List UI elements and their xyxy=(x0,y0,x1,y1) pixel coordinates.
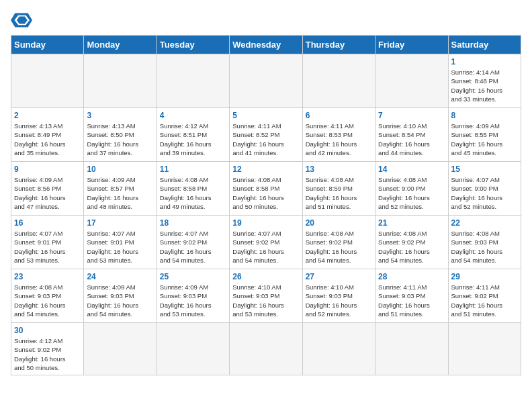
calendar-cell xyxy=(302,323,375,375)
calendar-cell xyxy=(230,54,302,108)
day-info: Sunrise: 4:11 AMSunset: 8:52 PMDaylight:… xyxy=(232,122,299,157)
day-info: Sunrise: 4:08 AMSunset: 8:58 PMDaylight:… xyxy=(232,175,299,211)
day-info: Sunrise: 4:13 AMSunset: 8:49 PMDaylight:… xyxy=(14,122,81,157)
calendar-cell: 11Sunrise: 4:08 AMSunset: 8:58 PMDayligh… xyxy=(157,162,229,216)
day-number: 8 xyxy=(451,111,518,120)
day-number: 24 xyxy=(87,272,153,281)
day-info: Sunrise: 4:11 AMSunset: 9:03 PMDaylight:… xyxy=(378,283,445,318)
day-number: 25 xyxy=(160,272,226,281)
day-number: 12 xyxy=(232,165,299,174)
calendar-week-row: 1Sunrise: 4:14 AMSunset: 8:48 PMDaylight… xyxy=(11,54,521,108)
day-info: Sunrise: 4:07 AMSunset: 9:00 PMDaylight:… xyxy=(451,175,518,211)
page-header xyxy=(11,11,521,30)
day-number: 28 xyxy=(378,272,445,281)
day-number: 15 xyxy=(451,165,518,174)
day-number: 20 xyxy=(306,218,372,228)
calendar-cell: 17Sunrise: 4:07 AMSunset: 9:01 PMDayligh… xyxy=(84,216,157,269)
calendar-cell: 21Sunrise: 4:08 AMSunset: 9:02 PMDayligh… xyxy=(375,216,448,269)
calendar-cell: 18Sunrise: 4:07 AMSunset: 9:02 PMDayligh… xyxy=(157,216,229,269)
day-number: 19 xyxy=(232,218,299,228)
calendar-cell: 16Sunrise: 4:07 AMSunset: 9:01 PMDayligh… xyxy=(11,216,84,269)
day-info: Sunrise: 4:08 AMSunset: 9:00 PMDaylight:… xyxy=(378,175,445,211)
calendar-week-row: 2Sunrise: 4:13 AMSunset: 8:49 PMDaylight… xyxy=(11,108,521,162)
header-sunday: Sunday xyxy=(11,36,84,54)
day-info: Sunrise: 4:08 AMSunset: 9:03 PMDaylight:… xyxy=(14,283,81,318)
day-info: Sunrise: 4:08 AMSunset: 9:03 PMDaylight:… xyxy=(451,229,518,265)
calendar-cell xyxy=(448,323,521,375)
calendar-week-row: 30Sunrise: 4:12 AMSunset: 9:02 PMDayligh… xyxy=(11,323,521,375)
header-wednesday: Wednesday xyxy=(230,36,302,54)
day-number: 6 xyxy=(306,111,372,120)
calendar-cell: 24Sunrise: 4:09 AMSunset: 9:03 PMDayligh… xyxy=(84,269,157,323)
calendar-cell: 26Sunrise: 4:10 AMSunset: 9:03 PMDayligh… xyxy=(230,269,302,323)
calendar-cell xyxy=(375,323,448,375)
calendar-cell: 19Sunrise: 4:07 AMSunset: 9:02 PMDayligh… xyxy=(230,216,302,269)
calendar-week-row: 23Sunrise: 4:08 AMSunset: 9:03 PMDayligh… xyxy=(11,269,521,323)
day-info: Sunrise: 4:08 AMSunset: 9:02 PMDaylight:… xyxy=(378,229,445,265)
day-number: 7 xyxy=(378,111,445,120)
day-number: 3 xyxy=(87,111,153,120)
calendar-cell: 2Sunrise: 4:13 AMSunset: 8:49 PMDaylight… xyxy=(11,108,84,162)
day-info: Sunrise: 4:09 AMSunset: 9:03 PMDaylight:… xyxy=(87,283,153,318)
day-number: 27 xyxy=(306,272,372,281)
calendar-cell: 30Sunrise: 4:12 AMSunset: 9:02 PMDayligh… xyxy=(11,323,84,375)
calendar-cell: 29Sunrise: 4:11 AMSunset: 9:02 PMDayligh… xyxy=(448,269,521,323)
day-info: Sunrise: 4:14 AMSunset: 8:48 PMDaylight:… xyxy=(451,68,518,103)
day-number: 13 xyxy=(306,165,372,174)
calendar-cell: 23Sunrise: 4:08 AMSunset: 9:03 PMDayligh… xyxy=(11,269,84,323)
calendar-cell xyxy=(302,54,375,108)
day-info: Sunrise: 4:09 AMSunset: 9:03 PMDaylight:… xyxy=(160,283,226,318)
day-number: 11 xyxy=(160,165,226,174)
calendar-cell xyxy=(11,54,84,108)
header-thursday: Thursday xyxy=(302,36,375,54)
day-info: Sunrise: 4:11 AMSunset: 9:02 PMDaylight:… xyxy=(451,283,518,318)
day-number: 29 xyxy=(451,272,518,281)
calendar-week-row: 9Sunrise: 4:09 AMSunset: 8:56 PMDaylight… xyxy=(11,162,521,216)
day-info: Sunrise: 4:13 AMSunset: 8:50 PMDaylight:… xyxy=(87,122,153,157)
day-number: 21 xyxy=(378,218,445,228)
calendar-table: Sunday Monday Tuesday Wednesday Thursday… xyxy=(11,35,521,375)
day-number: 14 xyxy=(378,165,445,174)
calendar-cell: 28Sunrise: 4:11 AMSunset: 9:03 PMDayligh… xyxy=(375,269,448,323)
calendar-week-row: 16Sunrise: 4:07 AMSunset: 9:01 PMDayligh… xyxy=(11,216,521,269)
day-number: 16 xyxy=(14,218,81,228)
day-number: 10 xyxy=(87,165,153,174)
calendar-header: Sunday Monday Tuesday Wednesday Thursday… xyxy=(11,36,521,54)
calendar-cell xyxy=(230,323,302,375)
day-number: 26 xyxy=(232,272,299,281)
calendar-cell: 25Sunrise: 4:09 AMSunset: 9:03 PMDayligh… xyxy=(157,269,229,323)
day-info: Sunrise: 4:08 AMSunset: 8:58 PMDaylight:… xyxy=(160,175,226,211)
calendar-cell xyxy=(84,54,157,108)
calendar-cell: 3Sunrise: 4:13 AMSunset: 8:50 PMDaylight… xyxy=(84,108,157,162)
calendar-cell xyxy=(84,323,157,375)
day-info: Sunrise: 4:09 AMSunset: 8:55 PMDaylight:… xyxy=(451,122,518,157)
weekday-header-row: Sunday Monday Tuesday Wednesday Thursday… xyxy=(11,36,521,54)
header-saturday: Saturday xyxy=(448,36,521,54)
calendar-cell: 5Sunrise: 4:11 AMSunset: 8:52 PMDaylight… xyxy=(230,108,302,162)
header-tuesday: Tuesday xyxy=(157,36,229,54)
day-number: 4 xyxy=(160,111,226,120)
calendar-cell: 9Sunrise: 4:09 AMSunset: 8:56 PMDaylight… xyxy=(11,162,84,216)
day-number: 2 xyxy=(14,111,81,120)
calendar-cell: 4Sunrise: 4:12 AMSunset: 8:51 PMDaylight… xyxy=(157,108,229,162)
calendar-cell: 10Sunrise: 4:09 AMSunset: 8:57 PMDayligh… xyxy=(84,162,157,216)
day-number: 22 xyxy=(451,218,518,228)
day-number: 1 xyxy=(451,57,518,66)
calendar-cell xyxy=(375,54,448,108)
day-info: Sunrise: 4:07 AMSunset: 9:01 PMDaylight:… xyxy=(87,229,153,265)
day-info: Sunrise: 4:07 AMSunset: 9:02 PMDaylight:… xyxy=(232,229,299,265)
day-number: 17 xyxy=(87,218,153,228)
calendar-cell: 13Sunrise: 4:08 AMSunset: 8:59 PMDayligh… xyxy=(302,162,375,216)
day-info: Sunrise: 4:07 AMSunset: 9:01 PMDaylight:… xyxy=(14,229,81,265)
calendar-cell xyxy=(157,54,229,108)
day-info: Sunrise: 4:11 AMSunset: 8:53 PMDaylight:… xyxy=(306,122,372,157)
calendar-cell: 8Sunrise: 4:09 AMSunset: 8:55 PMDaylight… xyxy=(448,108,521,162)
calendar-cell: 12Sunrise: 4:08 AMSunset: 8:58 PMDayligh… xyxy=(230,162,302,216)
header-friday: Friday xyxy=(375,36,448,54)
logo xyxy=(11,11,35,30)
day-info: Sunrise: 4:09 AMSunset: 8:56 PMDaylight:… xyxy=(14,175,81,211)
calendar-cell: 7Sunrise: 4:10 AMSunset: 8:54 PMDaylight… xyxy=(375,108,448,162)
calendar-cell: 15Sunrise: 4:07 AMSunset: 9:00 PMDayligh… xyxy=(448,162,521,216)
day-info: Sunrise: 4:08 AMSunset: 8:59 PMDaylight:… xyxy=(306,175,372,211)
day-info: Sunrise: 4:07 AMSunset: 9:02 PMDaylight:… xyxy=(160,229,226,265)
